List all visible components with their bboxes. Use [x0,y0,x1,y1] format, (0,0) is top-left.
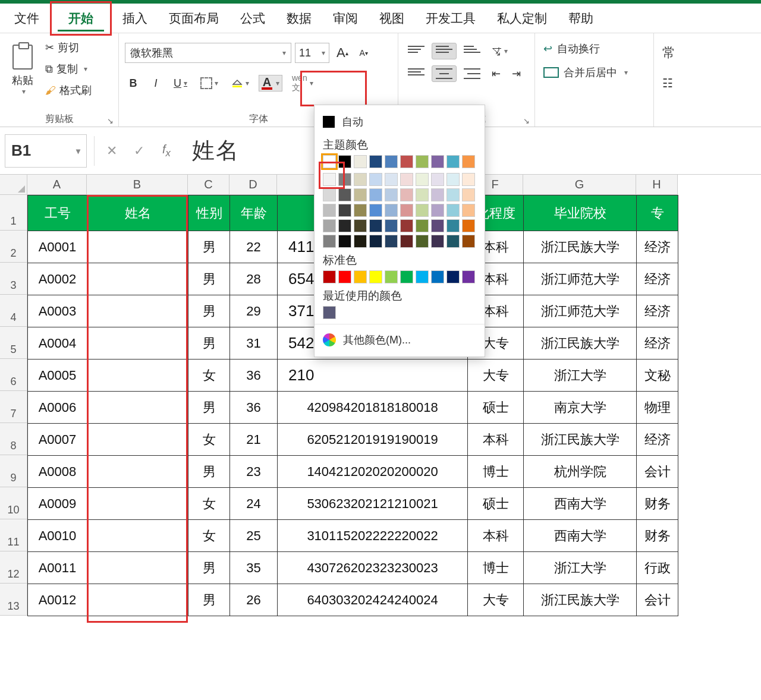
menu-data[interactable]: 数据 [276,5,322,31]
color-swatch[interactable] [354,204,367,217]
header-cell[interactable]: 性别 [188,196,230,231]
color-swatch[interactable] [446,173,460,186]
font-name-combo[interactable]: 微软雅黑 ▾ [125,43,291,63]
color-swatch[interactable] [462,219,475,232]
header-cell[interactable]: 姓名 [87,196,188,231]
color-swatch[interactable] [323,155,336,168]
color-swatch[interactable] [369,173,382,186]
color-swatch[interactable] [323,173,336,186]
copy-button[interactable]: ⧉ 复制 ▾ [45,58,92,80]
menu-file[interactable]: 文件 [4,5,50,31]
color-swatch[interactable] [385,219,398,232]
color-swatch[interactable] [323,219,336,232]
color-swatch[interactable] [416,219,429,232]
header-cell[interactable]: 工号 [28,196,87,231]
color-swatch[interactable] [446,219,460,232]
menu-page-layout[interactable]: 页面布局 [158,5,229,31]
color-swatch[interactable] [462,270,475,283]
color-swatch[interactable] [323,270,336,283]
color-swatch[interactable] [338,270,351,283]
color-swatch[interactable] [323,306,336,319]
table-row[interactable]: A0007女21620521201919190019本科浙江民族大学经济 [28,424,678,456]
col-header-H[interactable]: H [636,175,678,195]
header-cell[interactable]: 年龄 [230,196,278,231]
color-swatch[interactable] [462,188,475,201]
row-header[interactable]: 2 [0,231,27,263]
row-header[interactable]: 12 [0,551,27,584]
row-header[interactable]: 10 [0,487,27,519]
color-swatch[interactable] [385,155,398,168]
color-swatch[interactable] [385,270,398,283]
color-swatch[interactable] [400,235,413,248]
col-header-A[interactable]: A [27,175,87,195]
color-swatch[interactable] [400,188,413,201]
table-row[interactable]: A0008男23140421202020200020博士杭州学院会计 [28,456,678,488]
insert-function-button[interactable]: fx [153,143,180,159]
grow-font-button[interactable]: A▴ [333,45,352,61]
color-swatch[interactable] [416,270,429,283]
row-header[interactable]: 6 [0,359,27,391]
cancel-edit-button[interactable]: ✕ [98,143,125,159]
color-swatch[interactable] [369,188,382,201]
col-header-G[interactable]: G [523,175,636,195]
table-row[interactable]: A0009女24530623202121210021硕士西南大学财务 [28,488,678,520]
font-color-button[interactable]: A ▾ [259,75,282,92]
row-header[interactable]: 9 [0,455,27,487]
col-header-D[interactable]: D [229,175,277,195]
cut-button[interactable]: ✂ 剪切 [45,37,92,58]
menu-help[interactable]: 帮助 [558,5,604,31]
align-right-button[interactable] [460,65,484,82]
table-row[interactable]: A0011男35430726202323230023博士浙江大学行政 [28,552,678,584]
color-swatch[interactable] [369,235,382,248]
row-header[interactable]: 1 [0,195,27,231]
color-swatch[interactable] [462,204,475,217]
align-top-button[interactable] [404,43,428,59]
color-swatch[interactable] [446,204,460,217]
color-swatch[interactable] [446,188,460,201]
color-swatch[interactable] [416,155,429,168]
wrap-text-button[interactable]: ↩ 自动换行 [543,42,645,56]
color-swatch[interactable] [369,219,382,232]
align-center-button[interactable] [432,65,457,82]
row-header[interactable]: 4 [0,295,27,327]
col-header-B[interactable]: B [87,175,188,195]
color-swatch[interactable] [369,270,382,283]
confirm-edit-button[interactable]: ✓ [125,143,153,159]
color-swatch[interactable] [431,188,444,201]
font-size-combo[interactable]: 11 ▾ [295,43,329,63]
color-swatch[interactable] [446,235,460,248]
menu-developer[interactable]: 开发工具 [415,5,486,31]
phonetic-field-button[interactable]: wén文▾ [288,75,317,92]
menu-insert[interactable]: 插入 [112,5,158,31]
more-colors-item[interactable]: 其他颜色(M)... [323,329,476,351]
fill-color-button[interactable]: ▾ [228,75,253,92]
color-swatch[interactable] [400,219,413,232]
borders-button[interactable]: ▾ [197,75,222,92]
align-left-button[interactable] [404,65,428,82]
color-swatch[interactable] [431,219,444,232]
orientation-button[interactable]: ⦪▾ [488,43,511,59]
name-box[interactable]: B1 ▾ [5,134,87,168]
select-all-corner[interactable] [0,175,27,195]
format-painter-button[interactable]: 🖌 格式刷 [45,80,92,101]
color-swatch[interactable] [462,155,475,168]
row-header[interactable]: 7 [0,391,27,423]
color-swatch[interactable] [323,235,336,248]
color-swatch[interactable] [400,173,413,186]
color-swatch[interactable] [446,270,460,283]
color-swatch[interactable] [354,235,367,248]
menu-custom[interactable]: 私人定制 [486,5,558,31]
color-swatch[interactable] [400,204,413,217]
color-swatch[interactable] [338,204,351,217]
table-row[interactable]: A0012男26640303202424240024大专浙江民族大学会计 [28,584,678,616]
align-middle-button[interactable] [432,43,457,59]
color-swatch[interactable] [416,188,429,201]
increase-indent-button[interactable]: ⇥ [508,65,524,82]
table-row[interactable]: A0006男36420984201818180018硕士南京大学物理 [28,392,678,424]
italic-button[interactable]: I [147,75,164,92]
color-swatch[interactable] [338,173,351,186]
color-swatch[interactable] [354,173,367,186]
color-swatch[interactable] [385,173,398,186]
color-swatch[interactable] [400,155,413,168]
color-swatch[interactable] [446,155,460,168]
